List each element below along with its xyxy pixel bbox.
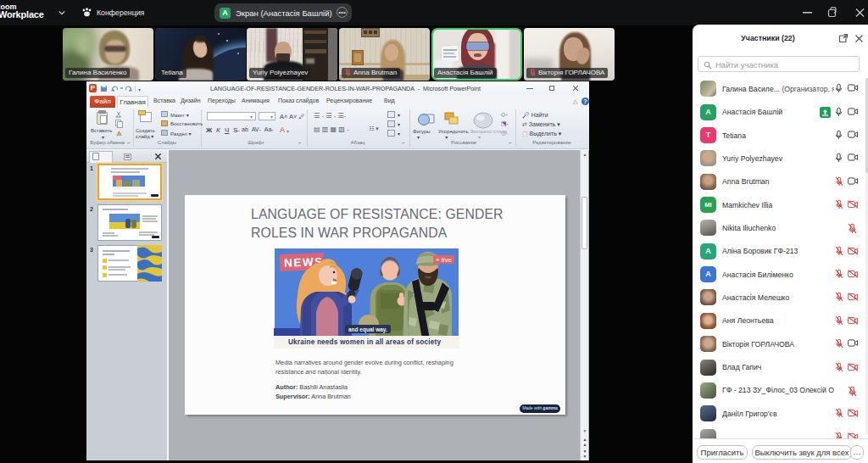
- svg-text:Ukraine needs women in all are: Ukraine needs women in all areas of soci…: [288, 338, 441, 346]
- svg-text:and equal way.: and equal way.: [348, 326, 387, 333]
- svg-text:+ live: + live: [436, 256, 452, 264]
